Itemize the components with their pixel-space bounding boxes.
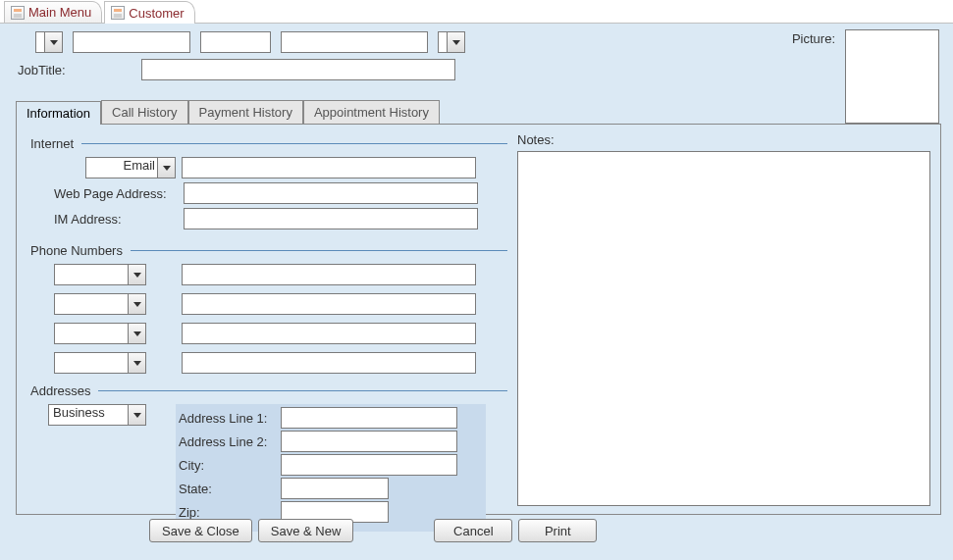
phone-row-2 [54, 293, 507, 315]
dropdown-button[interactable] [128, 265, 145, 284]
im-input[interactable] [184, 208, 478, 229]
notes-textarea[interactable] [517, 151, 930, 506]
phone-input-4[interactable] [182, 352, 476, 374]
phone-row-1 [54, 264, 507, 285]
notes-label: Notes: [517, 132, 930, 147]
email-type-dropdown[interactable]: Email [85, 157, 176, 178]
email-input[interactable] [182, 157, 476, 178]
tab-appointment-history[interactable]: Appointment History [303, 100, 440, 124]
form-icon [11, 6, 25, 20]
tab-main-menu-label: Main Menu [28, 5, 91, 20]
tab-payment-history-label: Payment History [199, 105, 292, 120]
middle-name-input[interactable] [200, 31, 271, 53]
jobtitle-label: JobTitle: [18, 63, 132, 77]
save-close-button[interactable]: Save & Close [149, 519, 252, 542]
phone-row-3 [54, 323, 507, 344]
addr-zip-label: Zip: [179, 505, 275, 520]
tab-call-history-label: Call History [112, 105, 177, 120]
addr-line2-label: Address Line 2: [179, 434, 275, 449]
cancel-label: Cancel [453, 524, 493, 538]
phone-type-dropdown-3[interactable] [54, 323, 146, 344]
jobtitle-input[interactable] [141, 59, 455, 80]
save-new-button[interactable]: Save & New [258, 519, 354, 542]
title-dropdown-text [36, 32, 44, 52]
dropdown-button[interactable] [128, 324, 145, 343]
chevron-down-icon [133, 302, 141, 307]
dropdown-button[interactable] [128, 353, 145, 373]
addr-state-input[interactable] [281, 478, 389, 499]
cancel-button[interactable]: Cancel [434, 519, 512, 542]
addr-city-input[interactable] [281, 454, 457, 476]
im-label: IM Address: [54, 212, 178, 227]
picture-label: Picture: [792, 31, 835, 46]
information-panel: Internet Email Web Page Address: IM Addr… [16, 125, 941, 515]
right-column: Notes: [517, 132, 930, 506]
phone-type-dropdown-1[interactable] [54, 264, 146, 285]
address-type-text: Business [49, 405, 128, 425]
suffix-dropdown-text [439, 32, 447, 52]
dropdown-button[interactable] [128, 294, 145, 314]
chevron-down-icon [133, 413, 141, 418]
button-bar: Save & Close Save & New Cancel Print [149, 519, 941, 542]
addr-line2-row: Address Line 2: [179, 431, 479, 452]
phone-input-2[interactable] [182, 293, 476, 315]
addresses-group-header: Addresses [30, 383, 507, 398]
chevron-down-icon [163, 166, 171, 171]
picture-section: Picture: [792, 29, 939, 124]
addr-line1-input[interactable] [281, 407, 457, 429]
addr-city-row: City: [179, 454, 479, 476]
tab-appointment-history-label: Appointment History [314, 105, 429, 120]
tab-information-label: Information [26, 106, 90, 121]
tab-call-history[interactable]: Call History [101, 100, 187, 124]
form-icon [111, 6, 125, 20]
print-label: Print [545, 524, 571, 538]
chevron-down-icon [133, 361, 141, 366]
im-row: IM Address: [54, 208, 507, 229]
picture-box[interactable] [845, 29, 939, 124]
save-new-label: Save & New [271, 524, 342, 538]
tab-main-menu[interactable]: Main Menu [4, 1, 102, 23]
print-button[interactable]: Print [518, 519, 597, 542]
address-block: Business Address Line 1: Address Line 2:… [48, 404, 507, 532]
addr-line2-input[interactable] [281, 431, 457, 452]
phone-input-1[interactable] [182, 264, 476, 285]
title-dropdown[interactable] [35, 31, 63, 53]
dropdown-button[interactable] [44, 32, 62, 52]
chevron-down-icon [133, 273, 141, 278]
webpage-input[interactable] [184, 182, 478, 204]
addr-state-row: State: [179, 478, 479, 499]
phone-type-dropdown-2[interactable] [54, 293, 146, 315]
email-row: Email [54, 157, 507, 178]
internet-group-header: Internet [30, 136, 507, 151]
last-name-input[interactable] [281, 31, 428, 53]
first-name-input[interactable] [73, 31, 190, 53]
tab-information[interactable]: Information [16, 101, 101, 125]
webpage-label: Web Page Address: [54, 186, 178, 201]
suffix-dropdown[interactable] [438, 31, 465, 53]
dropdown-button[interactable] [157, 158, 175, 178]
divider-line [81, 143, 507, 144]
chevron-down-icon [133, 331, 141, 336]
webpage-row: Web Page Address: [54, 182, 507, 204]
address-type-dropdown[interactable]: Business [48, 404, 146, 426]
addresses-group-label: Addresses [30, 383, 90, 398]
left-column: Internet Email Web Page Address: IM Addr… [26, 132, 507, 506]
dropdown-button[interactable] [128, 405, 145, 425]
tab-payment-history[interactable]: Payment History [188, 100, 303, 124]
tab-customer[interactable]: Customer [104, 1, 194, 24]
divider-line [98, 390, 507, 391]
notes-section: Notes: [517, 132, 930, 506]
address-fields: Address Line 1: Address Line 2: City: St… [176, 404, 486, 532]
save-close-label: Save & Close [162, 524, 239, 538]
addr-line1-row: Address Line 1: [179, 407, 479, 429]
email-type-text: Email [86, 158, 157, 178]
addr-state-label: State: [179, 482, 275, 496]
addr-city-label: City: [179, 458, 275, 473]
object-tabs: Main Menu Customer [0, 0, 953, 24]
phones-group-label: Phone Numbers [30, 243, 123, 258]
addr-line1-label: Address Line 1: [179, 411, 275, 426]
form-body: JobTitle: Picture: Information Call Hist… [0, 24, 953, 560]
phone-input-3[interactable] [182, 323, 476, 344]
dropdown-button[interactable] [447, 32, 464, 52]
phone-type-dropdown-4[interactable] [54, 352, 146, 374]
